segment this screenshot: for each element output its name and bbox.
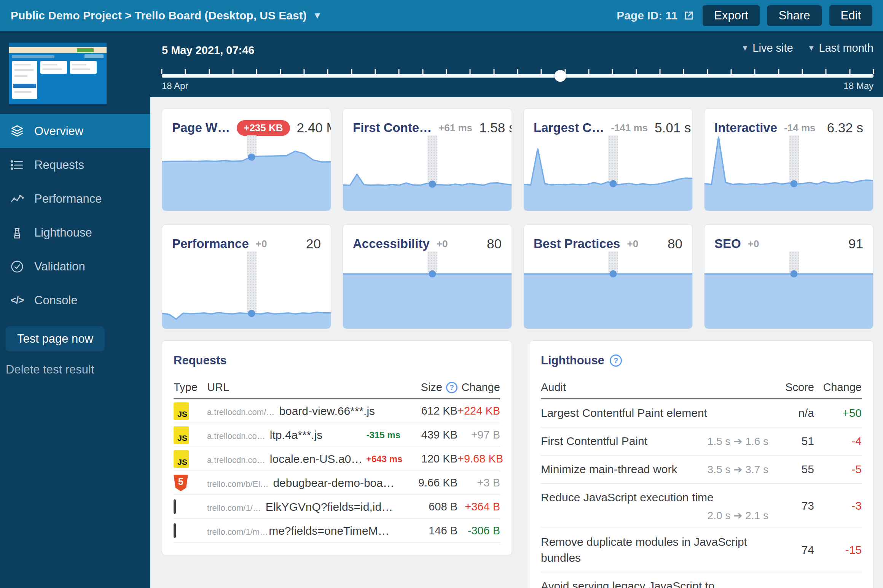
col-score: Score — [768, 381, 814, 394]
delete-test-result-link[interactable]: Delete test result — [6, 363, 150, 377]
code-icon: </> — [10, 293, 24, 308]
help-icon[interactable]: ? — [610, 354, 622, 367]
request-change: +9.68 KB — [457, 453, 500, 465]
card-largest-contentful-paint[interactable]: Largest C… -141 ms 5.01 s — [523, 108, 693, 211]
slider-tick — [849, 69, 850, 74]
sidebar-item-overview[interactable]: Overview — [0, 114, 150, 148]
card-page-weight[interactable]: Page W… +235 KB 2.40 MB — [162, 108, 331, 211]
metric-cards-row-1: Page W… +235 KB 2.40 MB First Conte… +61… — [162, 108, 873, 211]
slider-tick — [398, 69, 400, 74]
card-best-practices-score[interactable]: Best Practices +0 80 — [523, 224, 693, 329]
audit-change: -4 — [814, 435, 862, 448]
slider-tick — [517, 69, 518, 74]
card-accessibility-score[interactable]: Accessibility +0 80 — [343, 224, 512, 329]
request-row[interactable]: 5 trello.com/b/El…debugbear-demo-boa… 9.… — [174, 471, 500, 495]
selected-point-marker[interactable] — [790, 270, 797, 278]
test-page-now-button[interactable]: Test page now — [6, 326, 105, 351]
export-button[interactable]: Export — [703, 5, 760, 26]
card-performance-score[interactable]: Performance +0 20 — [162, 224, 331, 329]
selected-point-marker[interactable] — [248, 153, 255, 161]
audit-row[interactable]: Minimize main-thread work 3.5 s ➔ 3.7 s … — [541, 456, 862, 484]
card-title: First Conte… — [353, 121, 432, 135]
slider-track[interactable] — [162, 74, 873, 78]
card-value: 5.01 s — [655, 120, 691, 135]
audit-timing: 1.5 s ➔ 1.6 s — [708, 435, 768, 448]
selected-point-marker[interactable] — [429, 270, 436, 278]
page-thumbnail[interactable] — [9, 43, 107, 104]
lighthouse-panel: Lighthouse ? Audit Score Change Largest … — [529, 340, 873, 588]
best-practices-sparkline — [524, 251, 692, 329]
help-icon[interactable]: ? — [446, 382, 457, 393]
request-row[interactable]: trello.com/1/m…me?fields=oneTimeM… 146 B… — [174, 519, 500, 543]
sidebar-item-requests[interactable]: Requests — [0, 148, 150, 182]
chevron-down-icon: ▼ — [741, 44, 749, 52]
request-row[interactable]: JS a.trellocdn.com/…board-view.66***.js … — [174, 399, 500, 423]
thumbnail-navbar — [9, 43, 107, 47]
slider-tick — [826, 69, 827, 74]
audit-row[interactable]: First Contentful Paint 1.5 s ➔ 1.6 s 51 … — [541, 427, 862, 456]
sidebar-item-label: Console — [34, 294, 78, 307]
request-size: 439 KB — [400, 429, 457, 441]
top-bar: Public Demo Project > Trello Board (Desk… — [0, 0, 883, 31]
slider-tick — [683, 69, 684, 74]
request-row[interactable]: trello.com/1/…ElkYGVnQ?fields=id,id… 608… — [174, 495, 500, 519]
selected-point-marker[interactable] — [248, 310, 255, 317]
card-change: -141 ms — [611, 122, 648, 134]
request-size: 608 B — [400, 501, 457, 513]
requests-table-header: Type URL Size ? Change — [174, 381, 500, 399]
slider-tick — [470, 69, 471, 74]
thumbnail-badge — [77, 48, 94, 52]
requests-panel: Requests Type URL Size ? Change JS a.tre… — [162, 340, 512, 555]
slider-tick — [612, 69, 613, 74]
selected-point-marker[interactable] — [429, 181, 436, 188]
card-first-contentful-paint[interactable]: First Conte… +61 ms 1.58 s — [343, 108, 512, 211]
selected-point-marker[interactable] — [609, 270, 617, 278]
sidebar-item-lighthouse[interactable]: Lighthouse — [0, 216, 150, 250]
selected-date-label: 5 May 2021, 07:46 — [162, 44, 254, 57]
edit-button[interactable]: Edit — [829, 5, 872, 26]
request-row[interactable]: JS a.trellocdn.co…locale.en-US.a0… +643 … — [174, 447, 500, 471]
js-file-icon: JS — [174, 450, 189, 468]
card-interactive[interactable]: Interactive -14 ms 6.32 s — [704, 108, 873, 211]
selected-point-marker[interactable] — [790, 180, 797, 187]
col-change: Change — [814, 381, 862, 394]
request-row[interactable]: JS a.trellocdn.co…ltp.4a***.js -315 ms 4… — [174, 423, 500, 447]
slider-tick — [588, 69, 590, 74]
breadcrumb[interactable]: Public Demo Project > Trello Board (Desk… — [11, 9, 322, 22]
card-seo-score[interactable]: SEO +0 91 — [704, 224, 873, 329]
interactive-sparkline — [704, 135, 873, 211]
slider-tick — [731, 69, 732, 74]
fcp-sparkline — [343, 135, 512, 211]
slider-tick — [446, 69, 447, 74]
date-range-dropdown[interactable]: ▼ Last month — [808, 42, 873, 54]
document-file-icon — [174, 499, 176, 514]
audit-row[interactable]: Avoid serving legacy JavaScript to moder… — [541, 572, 862, 588]
card-change: +0 — [748, 238, 759, 250]
history-slider[interactable] — [162, 68, 873, 78]
js-file-icon: JS — [174, 402, 189, 420]
sidebar-item-performance[interactable]: Performance — [0, 182, 150, 216]
lighthouse-table-header: Audit Score Change — [541, 381, 862, 399]
card-value: 2.40 MB — [297, 120, 331, 135]
audit-score: n/a — [768, 407, 814, 420]
live-site-dropdown[interactable]: ▼ Live site — [741, 42, 793, 54]
audit-row[interactable]: Reduce JavaScript execution time 2.0 s ➔… — [541, 484, 862, 528]
timeline-band: 5 May 2021, 07:46 ▼ Live site ▼ Last mon… — [150, 31, 883, 97]
sidebar-item-validation[interactable]: Validation — [0, 250, 150, 283]
selected-point-marker[interactable] — [609, 180, 617, 188]
slider-handle[interactable] — [555, 70, 566, 82]
external-link-icon[interactable] — [683, 10, 695, 22]
share-button[interactable]: Share — [767, 5, 822, 26]
audit-score: 73 — [768, 499, 814, 512]
card-change: +0 — [437, 238, 448, 250]
audit-row[interactable]: Remove duplicate modules in JavaScript b… — [541, 528, 862, 572]
document-file-icon — [174, 523, 176, 538]
slider-tick — [185, 69, 186, 74]
timeline-filters: ▼ Live site ▼ Last month — [741, 42, 873, 54]
audit-row[interactable]: Largest Contentful Paint element n/a +50 — [541, 399, 862, 427]
col-audit: Audit — [541, 381, 768, 394]
audit-timing: 3.5 s ➔ 3.7 s — [708, 463, 768, 476]
sidebar-item-console[interactable]: </> Console — [0, 283, 150, 317]
sidebar-item-label: Performance — [34, 192, 102, 206]
lighthouse-panel-title: Lighthouse ? — [541, 354, 862, 367]
